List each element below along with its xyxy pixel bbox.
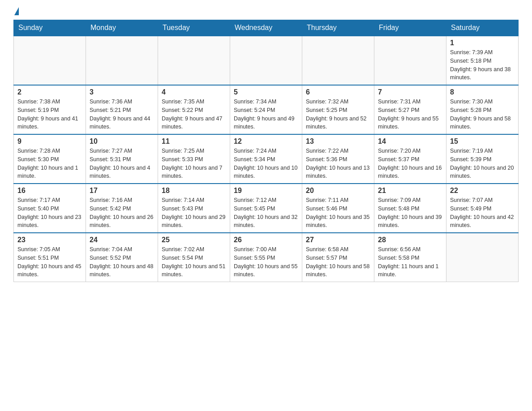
day-number: 25 [162, 236, 226, 244]
day-info: Sunrise: 7:25 AM Sunset: 5:33 PM Dayligh… [162, 147, 226, 180]
calendar-cell [14, 36, 86, 85]
day-info: Sunrise: 7:16 AM Sunset: 5:42 PM Dayligh… [90, 196, 154, 230]
day-number: 6 [306, 88, 370, 96]
calendar-cell: 25Sunrise: 7:02 AM Sunset: 5:54 PM Dayli… [158, 233, 230, 282]
day-number: 23 [17, 236, 82, 244]
day-of-week-header: Sunday [14, 20, 86, 36]
day-number: 21 [378, 187, 442, 195]
day-info: Sunrise: 7:11 AM Sunset: 5:46 PM Dayligh… [306, 196, 370, 230]
day-number: 22 [450, 187, 515, 195]
calendar-cell: 26Sunrise: 7:00 AM Sunset: 5:55 PM Dayli… [230, 233, 302, 282]
day-number: 11 [162, 137, 226, 146]
day-number: 28 [378, 236, 442, 244]
day-info: Sunrise: 7:39 AM Sunset: 5:18 PM Dayligh… [450, 48, 515, 82]
day-info: Sunrise: 7:17 AM Sunset: 5:40 PM Dayligh… [17, 196, 82, 230]
calendar-cell: 6Sunrise: 7:32 AM Sunset: 5:25 PM Daylig… [302, 85, 374, 134]
day-number: 14 [378, 137, 442, 146]
day-number: 26 [234, 236, 298, 244]
calendar-cell: 22Sunrise: 7:07 AM Sunset: 5:49 PM Dayli… [446, 184, 519, 233]
calendar-cell [158, 36, 230, 85]
day-number: 16 [17, 187, 82, 195]
day-number: 1 [450, 39, 515, 47]
calendar-cell: 28Sunrise: 6:56 AM Sunset: 5:58 PM Dayli… [374, 233, 446, 282]
day-of-week-header: Saturday [446, 20, 519, 36]
day-number: 19 [234, 187, 298, 195]
calendar-header-row: SundayMondayTuesdayWednesdayThursdayFrid… [14, 20, 519, 36]
day-number: 15 [450, 137, 515, 146]
calendar-cell: 27Sunrise: 6:58 AM Sunset: 5:57 PM Dayli… [302, 233, 374, 282]
calendar-cell: 7Sunrise: 7:31 AM Sunset: 5:27 PM Daylig… [374, 85, 446, 134]
day-number: 2 [17, 88, 82, 96]
calendar-table: SundayMondayTuesdayWednesdayThursdayFrid… [13, 20, 519, 282]
day-info: Sunrise: 7:24 AM Sunset: 5:34 PM Dayligh… [234, 147, 298, 180]
day-info: Sunrise: 7:04 AM Sunset: 5:52 PM Dayligh… [90, 245, 154, 279]
calendar-cell: 11Sunrise: 7:25 AM Sunset: 5:33 PM Dayli… [158, 134, 230, 184]
day-of-week-header: Tuesday [158, 20, 230, 36]
calendar-cell: 18Sunrise: 7:14 AM Sunset: 5:43 PM Dayli… [158, 184, 230, 233]
day-number: 24 [90, 236, 154, 244]
day-info: Sunrise: 7:05 AM Sunset: 5:51 PM Dayligh… [17, 245, 82, 279]
calendar-cell: 9Sunrise: 7:28 AM Sunset: 5:30 PM Daylig… [14, 134, 86, 184]
day-info: Sunrise: 7:09 AM Sunset: 5:48 PM Dayligh… [378, 196, 442, 230]
day-number: 12 [234, 137, 298, 146]
day-number: 27 [306, 236, 370, 244]
calendar-cell: 12Sunrise: 7:24 AM Sunset: 5:34 PM Dayli… [230, 134, 302, 184]
calendar-cell: 13Sunrise: 7:22 AM Sunset: 5:36 PM Dayli… [302, 134, 374, 184]
calendar-cell: 20Sunrise: 7:11 AM Sunset: 5:46 PM Dayli… [302, 184, 374, 233]
day-info: Sunrise: 7:30 AM Sunset: 5:28 PM Dayligh… [450, 98, 515, 131]
day-info: Sunrise: 7:31 AM Sunset: 5:27 PM Dayligh… [378, 98, 442, 131]
day-number: 13 [306, 137, 370, 146]
calendar-cell [374, 36, 446, 85]
day-info: Sunrise: 7:20 AM Sunset: 5:37 PM Dayligh… [378, 147, 442, 180]
day-info: Sunrise: 7:28 AM Sunset: 5:30 PM Dayligh… [17, 147, 82, 180]
calendar-cell: 24Sunrise: 7:04 AM Sunset: 5:52 PM Dayli… [86, 233, 158, 282]
calendar-cell [446, 233, 519, 282]
calendar-cell: 21Sunrise: 7:09 AM Sunset: 5:48 PM Dayli… [374, 184, 446, 233]
calendar-cell: 10Sunrise: 7:27 AM Sunset: 5:31 PM Dayli… [86, 134, 158, 184]
calendar-cell: 16Sunrise: 7:17 AM Sunset: 5:40 PM Dayli… [14, 184, 86, 233]
logo [13, 9, 19, 15]
calendar-cell: 3Sunrise: 7:36 AM Sunset: 5:21 PM Daylig… [86, 85, 158, 134]
calendar-cell: 5Sunrise: 7:34 AM Sunset: 5:24 PM Daylig… [230, 85, 302, 134]
day-info: Sunrise: 7:02 AM Sunset: 5:54 PM Dayligh… [162, 245, 226, 279]
day-info: Sunrise: 6:58 AM Sunset: 5:57 PM Dayligh… [306, 245, 370, 279]
day-info: Sunrise: 7:35 AM Sunset: 5:22 PM Dayligh… [162, 98, 226, 131]
calendar-cell [86, 36, 158, 85]
calendar-cell: 14Sunrise: 7:20 AM Sunset: 5:37 PM Dayli… [374, 134, 446, 184]
calendar-cell: 15Sunrise: 7:19 AM Sunset: 5:39 PM Dayli… [446, 134, 519, 184]
day-info: Sunrise: 7:00 AM Sunset: 5:55 PM Dayligh… [234, 245, 298, 279]
day-number: 9 [17, 137, 82, 146]
day-info: Sunrise: 7:27 AM Sunset: 5:31 PM Dayligh… [90, 147, 154, 180]
calendar-cell: 8Sunrise: 7:30 AM Sunset: 5:28 PM Daylig… [446, 85, 519, 134]
calendar-cell: 17Sunrise: 7:16 AM Sunset: 5:42 PM Dayli… [86, 184, 158, 233]
day-info: Sunrise: 7:12 AM Sunset: 5:45 PM Dayligh… [234, 196, 298, 230]
day-info: Sunrise: 7:19 AM Sunset: 5:39 PM Dayligh… [450, 147, 515, 180]
day-info: Sunrise: 7:38 AM Sunset: 5:19 PM Dayligh… [17, 98, 82, 131]
day-info: Sunrise: 7:22 AM Sunset: 5:36 PM Dayligh… [306, 147, 370, 180]
calendar-cell: 19Sunrise: 7:12 AM Sunset: 5:45 PM Dayli… [230, 184, 302, 233]
day-number: 7 [378, 88, 442, 96]
day-number: 3 [90, 88, 154, 96]
day-info: Sunrise: 7:07 AM Sunset: 5:49 PM Dayligh… [450, 196, 515, 230]
day-of-week-header: Monday [86, 20, 158, 36]
day-info: Sunrise: 6:56 AM Sunset: 5:58 PM Dayligh… [378, 245, 442, 279]
day-number: 18 [162, 187, 226, 195]
logo-triangle-icon [14, 7, 19, 15]
day-of-week-header: Thursday [302, 20, 374, 36]
day-info: Sunrise: 7:36 AM Sunset: 5:21 PM Dayligh… [90, 98, 154, 131]
day-number: 20 [306, 187, 370, 195]
day-of-week-header: Wednesday [230, 20, 302, 36]
day-number: 4 [162, 88, 226, 96]
calendar-cell [302, 36, 374, 85]
page-header [13, 9, 519, 15]
day-of-week-header: Friday [374, 20, 446, 36]
day-number: 10 [90, 137, 154, 146]
day-info: Sunrise: 7:32 AM Sunset: 5:25 PM Dayligh… [306, 98, 370, 131]
calendar-cell [230, 36, 302, 85]
calendar-cell: 1Sunrise: 7:39 AM Sunset: 5:18 PM Daylig… [446, 36, 519, 85]
calendar-cell: 2Sunrise: 7:38 AM Sunset: 5:19 PM Daylig… [14, 85, 86, 134]
calendar-cell: 4Sunrise: 7:35 AM Sunset: 5:22 PM Daylig… [158, 85, 230, 134]
day-number: 8 [450, 88, 515, 96]
calendar-cell: 23Sunrise: 7:05 AM Sunset: 5:51 PM Dayli… [14, 233, 86, 282]
day-number: 17 [90, 187, 154, 195]
